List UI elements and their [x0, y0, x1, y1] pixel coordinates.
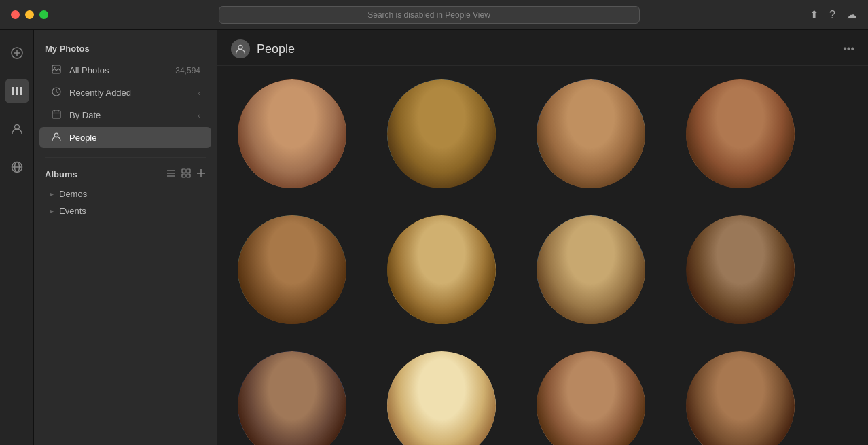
svg-rect-4 — [16, 87, 18, 95]
sidebar-item-people[interactable]: People — [39, 127, 211, 148]
album-item-demos[interactable]: ▸ Demos — [34, 185, 217, 202]
sidebar: My Photos All Photos 34,594 Recently Add… — [34, 30, 217, 445]
svg-rect-23 — [182, 174, 185, 177]
my-photos-title: My Photos — [34, 41, 217, 59]
person-8[interactable] — [686, 215, 795, 324]
person-11[interactable] — [537, 351, 645, 445]
album-item-events[interactable]: ▸ Events — [34, 202, 217, 219]
all-photos-icon — [50, 65, 62, 76]
svg-rect-5 — [20, 87, 22, 95]
add-album-btn[interactable] — [196, 168, 206, 180]
close-button[interactable] — [11, 10, 20, 19]
all-photos-label: All Photos — [69, 65, 168, 75]
more-options-btn[interactable]: ••• — [843, 43, 854, 55]
svg-rect-3 — [12, 87, 14, 95]
events-chevron: ▸ — [50, 207, 54, 215]
albums-controls — [166, 168, 206, 180]
list-view-btn[interactable] — [166, 168, 176, 180]
grid-view-btn[interactable] — [181, 168, 191, 180]
search-bar[interactable]: Search is disabled in People View — [219, 6, 640, 24]
maximize-button[interactable] — [39, 10, 48, 19]
svg-rect-13 — [52, 111, 60, 118]
by-date-chevron: ‹ — [198, 111, 200, 120]
svg-rect-24 — [187, 174, 190, 177]
albums-header: Albums — [34, 166, 217, 185]
help-icon[interactable]: ? — [829, 9, 835, 21]
cloud-icon[interactable]: ☁ — [846, 8, 857, 21]
people-header-icon — [231, 39, 250, 58]
albums-title: Albums — [45, 169, 166, 179]
people-sidebar-icon — [50, 132, 62, 143]
demos-label: Demos — [59, 189, 87, 199]
person-6[interactable] — [387, 215, 496, 324]
library-icon-btn[interactable] — [5, 79, 29, 103]
add-icon-btn[interactable] — [5, 41, 29, 65]
person-10[interactable] — [387, 351, 496, 445]
svg-rect-22 — [187, 169, 190, 173]
window-controls — [11, 10, 48, 19]
icon-strip — [0, 30, 34, 445]
content-header: People ••• — [217, 30, 868, 66]
titlebar-right: ⬆ ? ☁ — [810, 8, 857, 21]
events-label: Events — [59, 206, 86, 216]
person-4[interactable] — [686, 79, 795, 188]
recently-added-chevron: ‹ — [198, 89, 200, 97]
person-3[interactable] — [537, 79, 645, 188]
upload-icon[interactable]: ⬆ — [810, 8, 818, 21]
person-7[interactable] — [537, 215, 645, 324]
recently-added-label: Recently Added — [69, 88, 191, 98]
content-area: People ••• — [217, 30, 868, 445]
search-placeholder: Search is disabled in People View — [367, 10, 490, 20]
content-title: People — [257, 42, 843, 56]
recently-added-icon — [50, 87, 62, 99]
people-label: People — [69, 132, 200, 143]
person-2[interactable] — [387, 79, 496, 188]
sidebar-item-all-photos[interactable]: All Photos 34,594 — [39, 60, 211, 81]
person-12[interactable] — [686, 351, 795, 445]
sidebar-item-by-date[interactable]: By Date ‹ — [39, 105, 211, 126]
person-1[interactable] — [238, 79, 346, 188]
globe-icon-btn[interactable] — [5, 155, 29, 179]
svg-rect-21 — [182, 169, 185, 173]
people-grid — [217, 66, 868, 445]
person-9[interactable] — [238, 351, 346, 445]
svg-point-11 — [54, 67, 56, 69]
person-5[interactable] — [238, 215, 346, 324]
all-photos-count: 34,594 — [175, 66, 200, 75]
demos-chevron: ▸ — [50, 190, 54, 198]
sidebar-item-recently-added[interactable]: Recently Added ‹ — [39, 82, 211, 103]
people-icon-btn[interactable] — [5, 117, 29, 141]
titlebar: Search is disabled in People View ⬆ ? ☁ — [0, 0, 868, 30]
svg-point-27 — [238, 46, 242, 50]
by-date-label: By Date — [69, 110, 191, 120]
sidebar-divider — [45, 157, 206, 158]
main-layout: My Photos All Photos 34,594 Recently Add… — [0, 30, 868, 445]
by-date-icon — [50, 109, 62, 121]
minimize-button[interactable] — [25, 10, 34, 19]
